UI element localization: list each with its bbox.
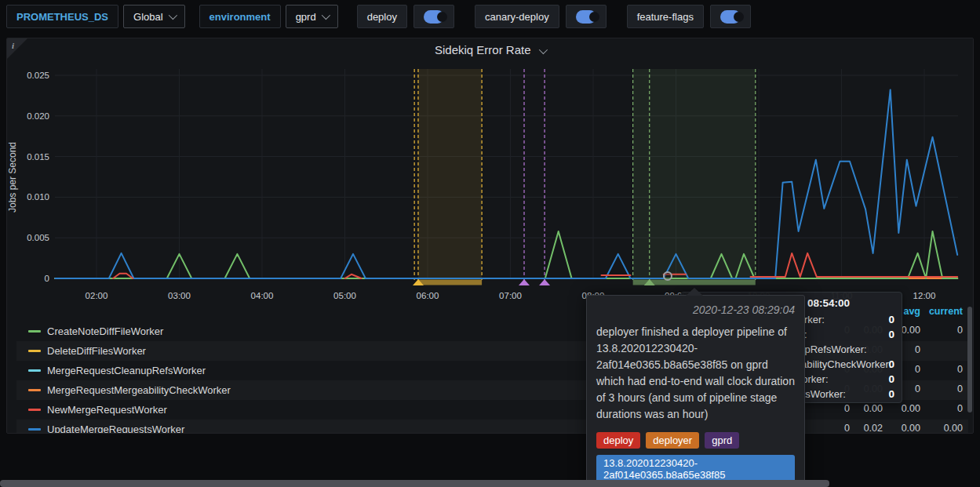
chevron-down-icon [321,11,330,20]
toggle-label-feature-flags: feature-flags [627,5,704,28]
dashboard-toolbar: PROMETHEUS_DSGlobalenvironmentgprddeploy… [6,5,751,28]
toggle-label-canary-deploy: canary-deploy [475,5,559,28]
x-tick-label: 05:00 [333,291,356,300]
x-tick-label: 12:00 [913,291,936,300]
toggle-canary-deploy[interactable] [566,5,607,28]
annotation-region-bar [418,280,482,285]
annotation-text: deployer finished a deployer pipeline of… [596,324,795,423]
tooltip-timestamp: 08:54:00 [807,297,850,309]
dropdown-global[interactable]: Global [123,5,185,28]
x-tick-label: 07:00 [499,291,522,300]
dropdown-global-label: Global [133,11,163,23]
dropdown-environment-value[interactable]: gprd [286,5,338,28]
toggle-pill [424,10,444,24]
popover-arrow-icon [686,288,703,296]
tooltip-series-value: 0 [888,373,894,385]
annotation-tags: deploydeployergprd [596,432,795,449]
y-tick-label: 0.005 [27,233,49,242]
tag-deploy: deploy [596,432,640,449]
chevron-down-icon [168,11,177,20]
tooltip-series-value: 0 [888,358,894,370]
version-tag: 13.8.202012230420-2af014e0365.b8a65e38f8… [596,455,795,483]
tag-deployer: deployer [646,432,699,449]
variable-datasource[interactable]: PROMETHEUS_DS [6,5,118,28]
toggle-knob [437,12,447,22]
annotation-marker-icon[interactable] [539,279,550,285]
y-axis-title: Jobs per Second [7,142,18,213]
y-tick-label: 0.025 [27,71,49,80]
hover-point-ring [664,272,672,280]
tooltip-series-value: 0 [888,314,894,325]
y-tick-label: 0 [45,274,49,283]
annotation-popover: 2020-12-23 08:29:04 deployer finished a … [586,295,805,487]
annotation-marker-icon[interactable] [519,279,530,285]
x-tick-label: 04:00 [251,291,274,300]
toggle-knob [734,12,744,22]
y-tick-label: 0.015 [27,152,49,162]
toggle-label-deploy: deploy [357,5,407,28]
y-tick-label: 0.010 [27,192,49,202]
horizontal-scrollbar[interactable] [0,480,829,487]
x-tick-label: 06:00 [417,291,439,300]
series-line-CreateNoteDiffFileWorker [55,231,957,278]
tag-gprd: gprd [705,432,739,449]
x-tick-label: 02:00 [86,291,108,300]
tooltip-series-value: 0 [888,329,894,340]
x-tick-label: 03:00 [168,291,191,300]
toggle-pill [576,10,596,24]
series-lines [55,90,957,278]
toggle-feature-flags[interactable] [710,5,751,28]
variable-environment-label[interactable]: environment [199,5,281,28]
y-tick-label: 0.020 [27,111,49,121]
toggle-knob [589,12,599,22]
annotation-region [418,69,482,278]
annotation-timestamp: 2020-12-23 08:29:04 [596,303,795,316]
timeseries-chart[interactable]: 00.0050.0100.0150.0200.02502:0003:0004:0… [0,0,980,487]
series-line-UpdateMergeRequestsWorker [55,90,957,278]
annotation-region [633,69,756,278]
dropdown-environment-value-label: gprd [296,11,316,23]
toggle-deploy[interactable] [413,5,454,28]
tooltip-series-value: 0 [888,388,894,400]
toggle-pill [720,10,741,24]
